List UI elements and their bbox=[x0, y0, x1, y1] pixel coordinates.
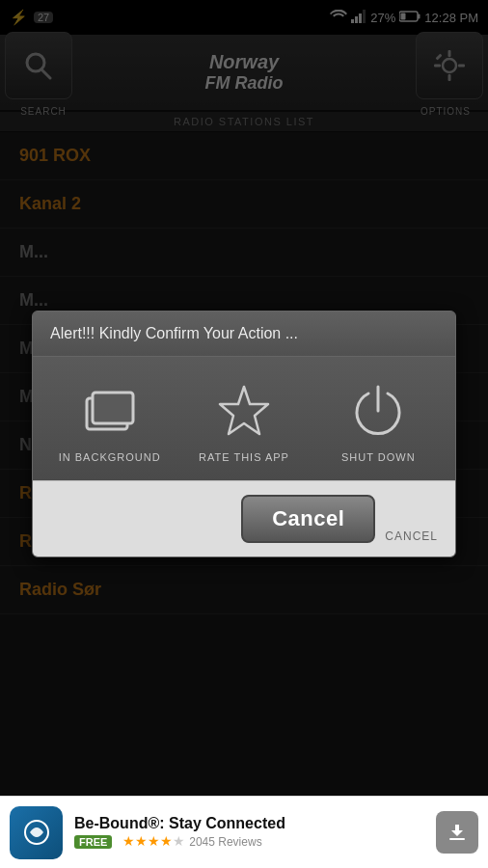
alert-dialog: Alert!!! Kindly Confirm Your Action ... … bbox=[32, 311, 456, 557]
svg-rect-16 bbox=[93, 393, 133, 423]
action-area: IN BACKGROUND RATE THIS APP bbox=[33, 357, 455, 480]
rate-app-label: RATE THIS APP bbox=[199, 451, 289, 463]
cancel-button[interactable]: Cancel bbox=[241, 495, 375, 543]
ad-banner: Be-Bound®: Stay Connected FREE ★★★★★ 204… bbox=[0, 796, 488, 868]
ad-meta: FREE ★★★★★ 2045 Reviews bbox=[74, 832, 424, 850]
modal-overlay: Alert!!! Kindly Confirm Your Action ... … bbox=[0, 0, 488, 868]
background-icon bbox=[75, 380, 145, 442]
in-background-button[interactable]: IN BACKGROUND bbox=[57, 380, 163, 463]
rate-app-button[interactable]: RATE THIS APP bbox=[191, 380, 297, 463]
in-background-label: IN BACKGROUND bbox=[59, 451, 161, 463]
ad-free-badge: FREE bbox=[74, 835, 112, 849]
shut-down-button[interactable]: SHUT DOWN bbox=[325, 380, 431, 463]
ad-download-button[interactable] bbox=[436, 811, 478, 854]
star-icon bbox=[209, 380, 279, 442]
ad-app-icon bbox=[10, 806, 63, 859]
ad-title: Be-Bound®: Stay Connected bbox=[74, 815, 424, 832]
cancel-small-label: CANCEL bbox=[385, 529, 438, 543]
ad-reviews: 2045 Reviews bbox=[189, 835, 261, 849]
alert-title: Alert!!! Kindly Confirm Your Action ... bbox=[33, 312, 455, 357]
shut-down-label: SHUT DOWN bbox=[341, 451, 416, 463]
svg-rect-20 bbox=[449, 838, 465, 840]
ad-content: Be-Bound®: Stay Connected FREE ★★★★★ 204… bbox=[74, 815, 424, 850]
ad-stars: ★★★★ bbox=[122, 833, 173, 849]
svg-marker-17 bbox=[220, 387, 268, 434]
cancel-area: Cancel CANCEL bbox=[33, 480, 455, 556]
power-icon bbox=[343, 380, 413, 442]
